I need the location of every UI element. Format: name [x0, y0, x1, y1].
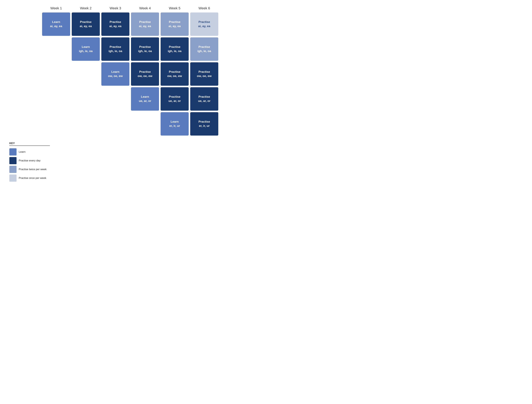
header-week5: Week 5: [160, 6, 189, 10]
key-title: KEY: [9, 142, 50, 146]
key-swatch-practise-daily: [9, 157, 17, 164]
key-item-practise-twice: Practise twice per week: [9, 166, 59, 173]
key-section: KEY Learn Practise every day Practise tw…: [9, 142, 59, 182]
key-label-practise-twice: Practise twice per week: [19, 168, 47, 171]
empty-r2c0: [9, 37, 40, 61]
empty-r2c1: [42, 37, 70, 61]
key-item-practise-once: Practise once per week: [9, 175, 59, 182]
header-empty: [9, 6, 40, 10]
cell-r1c2[interactable]: Practiseai, ay, ea: [72, 13, 100, 36]
cell-r5c5[interactable]: Learner, ir, ur: [160, 112, 189, 136]
empty-r3c1: [42, 62, 70, 86]
cell-r3c6[interactable]: Practiseow, oe, ew: [190, 62, 218, 86]
cell-r2c2[interactable]: Learnigh, ie, oa: [72, 37, 100, 61]
empty-r4c0: [9, 87, 40, 111]
empty-r5c3: [101, 112, 129, 136]
key-label-practise-once: Practise once per week: [19, 177, 46, 180]
cell-r2c4[interactable]: Practiseigh, ie, oa: [131, 37, 159, 61]
cell-r3c4[interactable]: Practiseow, oe, ew: [131, 62, 159, 86]
cell-r1c6[interactable]: Practiseai, ay, ea: [190, 13, 218, 36]
empty-r4c3: [101, 87, 129, 111]
cell-r1c4[interactable]: Practiseai, ay, ea: [131, 13, 159, 36]
cell-r4c6[interactable]: Practiseue, ar, or: [190, 87, 218, 111]
week-headers-row: Week 1 Week 2 Week 3 Week 4 Week 5 Week …: [9, 6, 523, 10]
empty-r3c2: [72, 62, 100, 86]
header-week1: Week 1: [42, 6, 70, 10]
cell-r4c5[interactable]: Practiseue, ar, or: [160, 87, 189, 111]
cell-r5c6[interactable]: Practiseer, ir, ur: [190, 112, 218, 136]
header-week2: Week 2: [72, 6, 100, 10]
header-week6: Week 6: [190, 6, 218, 10]
header-week4: Week 4: [131, 6, 159, 10]
header-week3: Week 3: [101, 6, 129, 10]
key-item-learn: Learn: [9, 148, 59, 156]
key-swatch-practise-twice: [9, 166, 17, 173]
key-item-practise-daily: Practise every day: [9, 157, 59, 164]
key-label-learn: Learn: [19, 150, 26, 153]
cell-r1c3[interactable]: Practiseai, ay, ea: [101, 13, 129, 36]
empty-r1c0: [9, 13, 40, 36]
cell-r1c1[interactable]: Learnai, ay, ea: [42, 13, 70, 36]
key-label-practise-daily: Practise every day: [19, 159, 40, 162]
key-swatch-learn: [9, 148, 17, 156]
empty-r5c1: [42, 112, 70, 136]
empty-r4c1: [42, 87, 70, 111]
key-swatch-practise-once: [9, 175, 17, 182]
empty-r4c2: [72, 87, 100, 111]
cell-r4c4[interactable]: Learnue, ar, or: [131, 87, 159, 111]
cell-r1c5[interactable]: Practiseai, ay, ea: [160, 13, 189, 36]
empty-r5c0: [9, 112, 40, 136]
cell-r2c5[interactable]: Practiseigh, ie, oa: [160, 37, 189, 61]
empty-r5c4: [131, 112, 159, 136]
cell-r2c6[interactable]: Practiseigh, ie, oa: [190, 37, 218, 61]
cell-r3c3[interactable]: Learnow, oe, ew: [101, 62, 129, 86]
lesson-grid: Learnai, ay, ea Practiseai, ay, ea Pract…: [9, 13, 523, 136]
empty-r5c2: [72, 112, 100, 136]
cell-r2c3[interactable]: Practiseigh, ie, oa: [101, 37, 129, 61]
cell-r3c5[interactable]: Practiseow, oe, ew: [160, 62, 189, 86]
empty-r3c0: [9, 62, 40, 86]
